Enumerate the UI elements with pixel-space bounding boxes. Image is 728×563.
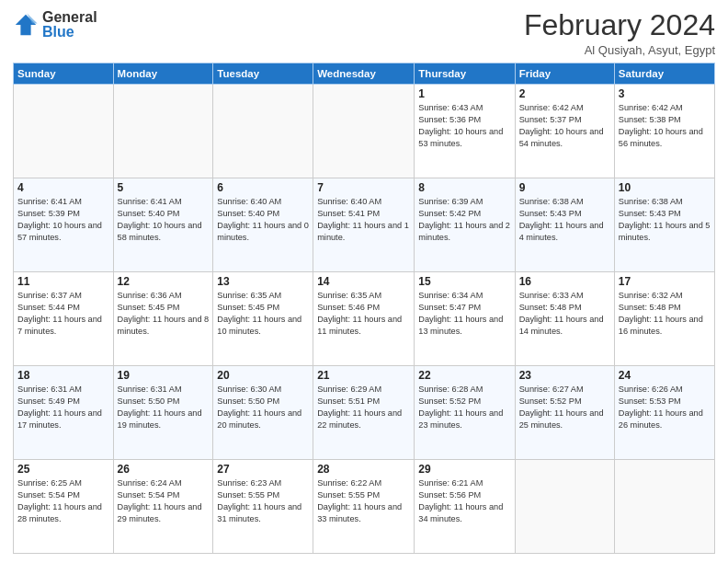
day-number: 5 bbox=[118, 181, 210, 194]
calendar-cell: 29Sunrise: 6:21 AM Sunset: 5:56 PM Dayli… bbox=[415, 460, 515, 554]
logo-icon bbox=[13, 12, 39, 38]
calendar: SundayMondayTuesdayWednesdayThursdayFrid… bbox=[13, 63, 715, 554]
calendar-cell: 12Sunrise: 6:36 AM Sunset: 5:45 PM Dayli… bbox=[113, 272, 213, 366]
day-info: Sunrise: 6:21 AM Sunset: 5:56 PM Dayligh… bbox=[418, 477, 510, 525]
day-number: 28 bbox=[317, 463, 410, 476]
calendar-cell bbox=[313, 85, 415, 178]
day-info: Sunrise: 6:25 AM Sunset: 5:54 PM Dayligh… bbox=[17, 477, 109, 525]
calendar-week-row: 4Sunrise: 6:41 AM Sunset: 5:39 PM Daylig… bbox=[14, 178, 715, 272]
day-info: Sunrise: 6:38 AM Sunset: 5:43 PM Dayligh… bbox=[619, 196, 711, 244]
logo-line2: Blue bbox=[42, 24, 97, 40]
day-number: 18 bbox=[17, 369, 109, 382]
day-number: 26 bbox=[118, 463, 210, 476]
day-number: 19 bbox=[118, 369, 210, 382]
day-info: Sunrise: 6:40 AM Sunset: 5:41 PM Dayligh… bbox=[317, 196, 410, 244]
calendar-cell: 15Sunrise: 6:34 AM Sunset: 5:47 PM Dayli… bbox=[415, 272, 515, 366]
calendar-cell: 16Sunrise: 6:33 AM Sunset: 5:48 PM Dayli… bbox=[515, 272, 614, 366]
day-info: Sunrise: 6:29 AM Sunset: 5:51 PM Dayligh… bbox=[317, 384, 410, 431]
day-info: Sunrise: 6:31 AM Sunset: 5:50 PM Dayligh… bbox=[118, 384, 210, 431]
day-number: 21 bbox=[317, 369, 410, 382]
calendar-cell: 18Sunrise: 6:31 AM Sunset: 5:49 PM Dayli… bbox=[14, 366, 114, 460]
calendar-cell bbox=[14, 85, 114, 178]
calendar-cell: 24Sunrise: 6:26 AM Sunset: 5:53 PM Dayli… bbox=[614, 366, 714, 460]
day-number: 20 bbox=[217, 369, 309, 382]
day-info: Sunrise: 6:26 AM Sunset: 5:53 PM Dayligh… bbox=[619, 384, 711, 431]
day-info: Sunrise: 6:27 AM Sunset: 5:52 PM Dayligh… bbox=[519, 384, 610, 431]
calendar-day-header: Sunday bbox=[14, 63, 114, 85]
day-number: 1 bbox=[418, 87, 510, 100]
day-number: 8 bbox=[418, 181, 510, 194]
day-info: Sunrise: 6:32 AM Sunset: 5:48 PM Dayligh… bbox=[619, 290, 711, 338]
day-info: Sunrise: 6:28 AM Sunset: 5:52 PM Dayligh… bbox=[418, 384, 510, 431]
calendar-cell: 7Sunrise: 6:40 AM Sunset: 5:41 PM Daylig… bbox=[313, 178, 415, 272]
day-number: 17 bbox=[619, 275, 711, 288]
calendar-cell: 17Sunrise: 6:32 AM Sunset: 5:48 PM Dayli… bbox=[614, 272, 714, 366]
day-number: 7 bbox=[317, 181, 410, 194]
calendar-cell: 5Sunrise: 6:41 AM Sunset: 5:40 PM Daylig… bbox=[113, 178, 213, 272]
day-number: 11 bbox=[17, 275, 109, 288]
calendar-header-row: SundayMondayTuesdayWednesdayThursdayFrid… bbox=[14, 63, 715, 85]
header: General Blue February 2024 Al Qusiyah, A… bbox=[13, 9, 715, 57]
month-title: February 2024 bbox=[524, 9, 715, 41]
day-info: Sunrise: 6:34 AM Sunset: 5:47 PM Dayligh… bbox=[418, 290, 510, 338]
day-info: Sunrise: 6:31 AM Sunset: 5:49 PM Dayligh… bbox=[17, 384, 109, 431]
calendar-day-header: Wednesday bbox=[313, 63, 415, 85]
day-number: 12 bbox=[118, 275, 210, 288]
calendar-cell: 6Sunrise: 6:40 AM Sunset: 5:40 PM Daylig… bbox=[213, 178, 313, 272]
day-number: 15 bbox=[418, 275, 510, 288]
day-number: 27 bbox=[217, 463, 309, 476]
calendar-cell bbox=[113, 85, 213, 178]
calendar-cell: 21Sunrise: 6:29 AM Sunset: 5:51 PM Dayli… bbox=[313, 366, 415, 460]
logo-line1: General bbox=[42, 9, 97, 26]
calendar-cell: 4Sunrise: 6:41 AM Sunset: 5:39 PM Daylig… bbox=[14, 178, 114, 272]
day-number: 2 bbox=[519, 87, 610, 100]
calendar-day-header: Tuesday bbox=[213, 63, 313, 85]
calendar-day-header: Saturday bbox=[614, 63, 714, 85]
calendar-cell: 19Sunrise: 6:31 AM Sunset: 5:50 PM Dayli… bbox=[113, 366, 213, 460]
calendar-cell bbox=[213, 85, 313, 178]
day-number: 9 bbox=[519, 181, 610, 194]
day-info: Sunrise: 6:42 AM Sunset: 5:37 PM Dayligh… bbox=[519, 102, 610, 150]
calendar-week-row: 1Sunrise: 6:43 AM Sunset: 5:36 PM Daylig… bbox=[14, 85, 715, 178]
day-info: Sunrise: 6:22 AM Sunset: 5:55 PM Dayligh… bbox=[317, 477, 410, 525]
day-number: 13 bbox=[217, 275, 309, 288]
calendar-cell bbox=[614, 460, 714, 554]
title-area: February 2024 Al Qusiyah, Asyut, Egypt bbox=[524, 9, 715, 57]
logo: General Blue bbox=[13, 9, 97, 40]
day-info: Sunrise: 6:24 AM Sunset: 5:54 PM Dayligh… bbox=[118, 477, 210, 525]
day-info: Sunrise: 6:30 AM Sunset: 5:50 PM Dayligh… bbox=[217, 384, 309, 431]
calendar-day-header: Thursday bbox=[415, 63, 515, 85]
calendar-cell: 25Sunrise: 6:25 AM Sunset: 5:54 PM Dayli… bbox=[14, 460, 114, 554]
day-number: 16 bbox=[519, 275, 610, 288]
day-number: 14 bbox=[317, 275, 410, 288]
calendar-cell: 2Sunrise: 6:42 AM Sunset: 5:37 PM Daylig… bbox=[515, 85, 614, 178]
calendar-cell: 27Sunrise: 6:23 AM Sunset: 5:55 PM Dayli… bbox=[213, 460, 313, 554]
calendar-cell: 10Sunrise: 6:38 AM Sunset: 5:43 PM Dayli… bbox=[614, 178, 714, 272]
day-info: Sunrise: 6:37 AM Sunset: 5:44 PM Dayligh… bbox=[17, 290, 109, 338]
calendar-cell: 20Sunrise: 6:30 AM Sunset: 5:50 PM Dayli… bbox=[213, 366, 313, 460]
calendar-cell bbox=[515, 460, 614, 554]
day-number: 6 bbox=[217, 181, 309, 194]
calendar-week-row: 18Sunrise: 6:31 AM Sunset: 5:49 PM Dayli… bbox=[14, 366, 715, 460]
day-number: 22 bbox=[418, 369, 510, 382]
day-info: Sunrise: 6:23 AM Sunset: 5:55 PM Dayligh… bbox=[217, 477, 309, 525]
calendar-cell: 13Sunrise: 6:35 AM Sunset: 5:45 PM Dayli… bbox=[213, 272, 313, 366]
day-number: 3 bbox=[619, 87, 711, 100]
day-info: Sunrise: 6:41 AM Sunset: 5:40 PM Dayligh… bbox=[118, 196, 210, 244]
calendar-cell: 28Sunrise: 6:22 AM Sunset: 5:55 PM Dayli… bbox=[313, 460, 415, 554]
calendar-cell: 11Sunrise: 6:37 AM Sunset: 5:44 PM Dayli… bbox=[14, 272, 114, 366]
day-number: 25 bbox=[17, 463, 109, 476]
calendar-cell: 26Sunrise: 6:24 AM Sunset: 5:54 PM Dayli… bbox=[113, 460, 213, 554]
day-info: Sunrise: 6:35 AM Sunset: 5:46 PM Dayligh… bbox=[317, 290, 410, 338]
day-info: Sunrise: 6:39 AM Sunset: 5:42 PM Dayligh… bbox=[418, 196, 510, 244]
page: General Blue February 2024 Al Qusiyah, A… bbox=[0, 0, 728, 563]
day-number: 29 bbox=[418, 463, 510, 476]
calendar-cell: 14Sunrise: 6:35 AM Sunset: 5:46 PM Dayli… bbox=[313, 272, 415, 366]
day-info: Sunrise: 6:35 AM Sunset: 5:45 PM Dayligh… bbox=[217, 290, 309, 338]
day-info: Sunrise: 6:38 AM Sunset: 5:43 PM Dayligh… bbox=[519, 196, 610, 244]
calendar-week-row: 11Sunrise: 6:37 AM Sunset: 5:44 PM Dayli… bbox=[14, 272, 715, 366]
calendar-day-header: Monday bbox=[113, 63, 213, 85]
day-info: Sunrise: 6:36 AM Sunset: 5:45 PM Dayligh… bbox=[118, 290, 210, 338]
calendar-cell: 1Sunrise: 6:43 AM Sunset: 5:36 PM Daylig… bbox=[415, 85, 515, 178]
calendar-cell: 8Sunrise: 6:39 AM Sunset: 5:42 PM Daylig… bbox=[415, 178, 515, 272]
